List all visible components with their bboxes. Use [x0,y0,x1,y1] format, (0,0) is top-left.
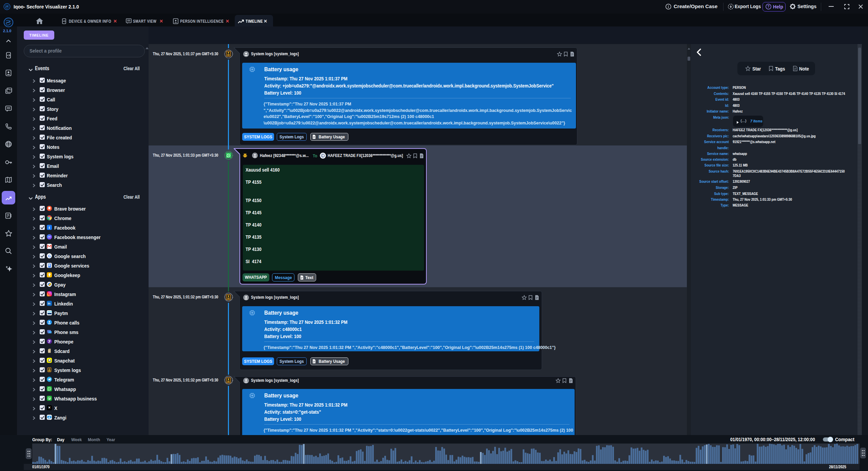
svg-text:?: ? [767,5,769,8]
svg-text:G: G [48,254,51,258]
